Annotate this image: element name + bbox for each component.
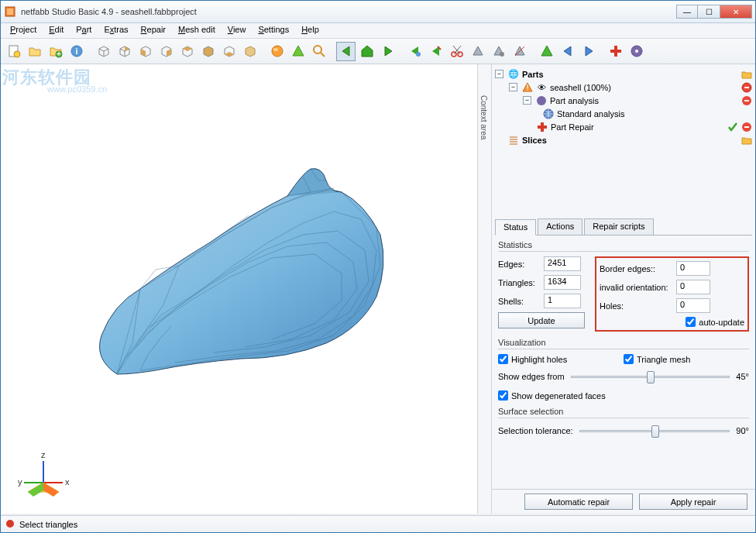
blue-tri1-icon[interactable] xyxy=(558,42,577,61)
seashell-mesh xyxy=(70,150,396,413)
check-icon[interactable] xyxy=(727,122,738,132)
remove-icon[interactable] xyxy=(741,82,752,93)
menu-view[interactable]: View xyxy=(222,23,253,38)
folder-icon[interactable] xyxy=(741,69,752,80)
tree-repair[interactable]: Part Repair xyxy=(495,120,752,133)
menu-extras[interactable]: Extras xyxy=(98,23,134,38)
dim-tri3-icon[interactable] xyxy=(510,42,529,61)
warn-icon: ! xyxy=(522,82,533,93)
context-area-spine[interactable]: Context area xyxy=(477,64,492,514)
app-icon xyxy=(4,5,16,18)
view-right-icon[interactable] xyxy=(198,42,218,61)
view-bottom-icon[interactable] xyxy=(240,42,259,61)
apply-repair-button[interactable]: Apply repair xyxy=(639,493,747,510)
svg-point-20 xyxy=(635,50,638,53)
svg-point-15 xyxy=(500,52,504,57)
repair-plus-icon[interactable] xyxy=(606,42,625,61)
tree-slices[interactable]: Slices xyxy=(495,133,752,146)
remove-icon[interactable] xyxy=(741,122,752,132)
svg-rect-1 xyxy=(7,9,13,15)
toolbar: + i xyxy=(1,39,755,64)
close-button[interactable]: ✕ xyxy=(720,5,752,19)
tree-standard[interactable]: Standard analysis xyxy=(495,107,752,120)
triangles-value: 1634 xyxy=(544,275,581,290)
menu-meshedit[interactable]: Mesh edit xyxy=(172,23,222,38)
view-front-icon[interactable] xyxy=(136,42,155,61)
edges-value: 2451 xyxy=(544,256,581,271)
nav-home-icon[interactable] xyxy=(357,42,376,61)
update-button[interactable]: Update xyxy=(498,312,585,328)
folder-icon[interactable] xyxy=(741,135,752,146)
tool-folder-icon[interactable] xyxy=(25,42,44,61)
dim-tri1-icon[interactable] xyxy=(468,42,487,61)
auto-update-checkbox[interactable] xyxy=(686,317,696,327)
view-left-icon[interactable] xyxy=(177,42,197,61)
svg-text:y: y xyxy=(18,477,22,487)
tab-status[interactable]: Status xyxy=(495,219,536,236)
watermark-url: www.pc0359.cn xyxy=(47,84,107,94)
collapse-icon[interactable]: − xyxy=(509,83,517,91)
right-panel: − 🌐 Parts − ! 👁 seashell (100%) − Part a… xyxy=(492,64,755,514)
view-iso2-icon[interactable] xyxy=(115,42,134,61)
svg-line-11 xyxy=(321,53,325,57)
svg-point-3 xyxy=(14,51,20,57)
svg-point-30 xyxy=(537,96,546,105)
tolerance-slider[interactable] xyxy=(579,423,730,438)
window-title: netfabb Studio Basic 4.9 - seashell.fabb… xyxy=(21,7,676,16)
tab-actions[interactable]: Actions xyxy=(538,218,582,235)
menu-bar: Project Edit Part Extras Repair Mesh edi… xyxy=(1,23,755,39)
tree-parts[interactable]: − 🌐 Parts xyxy=(495,67,752,81)
tool-info-icon[interactable]: i xyxy=(67,42,86,61)
surface-selection-heading: Surface selection xyxy=(498,407,749,416)
svg-point-42 xyxy=(6,520,14,528)
svg-point-8 xyxy=(272,46,283,57)
viewport-3d[interactable]: 河东软件园 www.pc0359.cn x y z xyxy=(1,64,477,514)
cut-icon[interactable] xyxy=(447,42,466,61)
menu-settings[interactable]: Settings xyxy=(252,23,295,38)
svg-point-9 xyxy=(273,48,278,51)
menu-part[interactable]: Part xyxy=(70,23,98,38)
shells-value: 1 xyxy=(544,294,581,308)
tool-add-icon[interactable]: + xyxy=(46,42,65,61)
remove-icon[interactable] xyxy=(741,95,752,106)
shade-sphere-icon[interactable] xyxy=(267,42,287,61)
menu-edit[interactable]: Edit xyxy=(43,23,70,38)
minimize-button[interactable]: — xyxy=(676,5,698,19)
visualization-heading: Visualization xyxy=(498,338,749,347)
title-bar: netfabb Studio Basic 4.9 - seashell.fabb… xyxy=(1,1,755,23)
nav-right-icon[interactable] xyxy=(378,42,397,61)
menu-help[interactable]: Help xyxy=(295,23,325,38)
view-back-icon[interactable] xyxy=(156,42,176,61)
menu-repair[interactable]: Repair xyxy=(135,23,172,38)
tree-analysis[interactable]: − Part analysis xyxy=(495,94,752,107)
automatic-repair-button[interactable]: Automatic repair xyxy=(524,493,633,510)
highlight-holes-checkbox[interactable] xyxy=(498,354,508,364)
blue-tri2-icon[interactable] xyxy=(579,42,598,61)
tab-body: Statistics Edges:2451 Triangles:1634 She… xyxy=(492,236,755,489)
view-iso1-icon[interactable] xyxy=(94,42,113,61)
dim-tri2-icon[interactable] xyxy=(489,42,508,61)
collapse-icon[interactable]: − xyxy=(523,96,531,105)
view-top-icon[interactable] xyxy=(219,42,239,61)
svg-rect-18 xyxy=(610,50,621,53)
globe-icon xyxy=(543,108,554,119)
tab-scripts[interactable]: Repair scripts xyxy=(584,218,653,235)
shade-tri-icon[interactable] xyxy=(288,42,308,61)
disc-icon[interactable] xyxy=(627,42,646,61)
collapse-icon[interactable]: − xyxy=(495,70,503,78)
menu-project[interactable]: Project xyxy=(4,23,43,38)
degenerated-faces-checkbox[interactable] xyxy=(498,390,508,401)
tree-seashell[interactable]: − ! 👁 seashell (100%) xyxy=(495,81,752,94)
triangle-mesh-checkbox[interactable] xyxy=(624,354,634,364)
tool-new-icon[interactable] xyxy=(4,42,23,61)
green-tri-icon[interactable] xyxy=(537,42,556,61)
maximize-button[interactable]: ☐ xyxy=(698,5,720,19)
nav-left-icon[interactable] xyxy=(336,42,356,61)
edges-slider[interactable] xyxy=(571,369,730,384)
action-bar: Automatic repair Apply repair xyxy=(492,489,755,514)
sel-brush-icon[interactable] xyxy=(426,42,445,61)
sel-add-icon[interactable] xyxy=(405,42,424,61)
zoom-icon[interactable] xyxy=(309,42,328,61)
parts-tree[interactable]: − 🌐 Parts − ! 👁 seashell (100%) − Part a… xyxy=(492,64,755,215)
status-dot-icon xyxy=(5,519,15,530)
